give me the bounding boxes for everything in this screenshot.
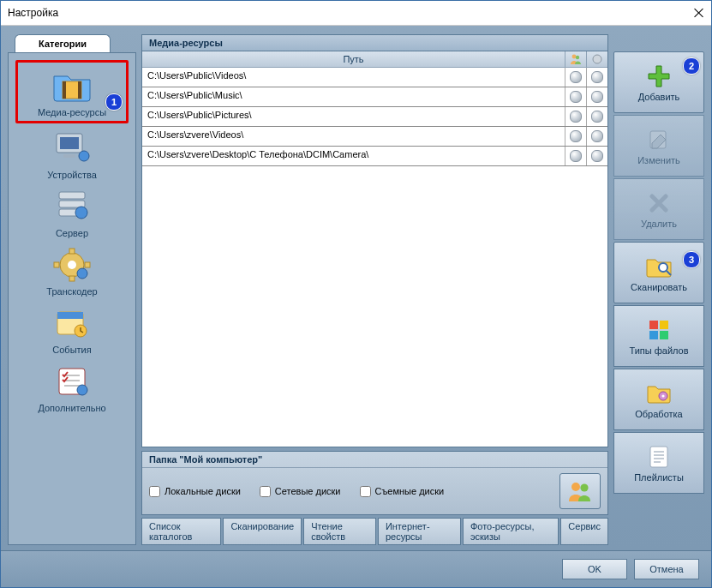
cell-path: C:\Users\zvere\Desktop\С Телефона\DCIM\C… xyxy=(142,147,565,165)
tab-service[interactable]: Сервис xyxy=(560,518,608,545)
table-row[interactable]: C:\Users\zvere\Videos\ xyxy=(142,127,607,147)
users-button[interactable] xyxy=(559,473,601,509)
category-label: Дополнительно xyxy=(38,403,105,413)
category-additional[interactable]: Дополнительно xyxy=(10,358,134,417)
playlists-button[interactable]: Плейлисты xyxy=(613,432,704,494)
col-users-icon xyxy=(565,51,587,67)
ok-button[interactable]: OK xyxy=(562,559,627,579)
filetypes-button[interactable]: Типы файлов xyxy=(613,305,704,367)
category-server[interactable]: Сервер xyxy=(10,183,134,242)
svg-point-23 xyxy=(572,55,577,59)
category-devices[interactable]: Устройства xyxy=(10,125,134,183)
badge-1: 1 xyxy=(105,93,123,111)
svg-point-27 xyxy=(580,483,588,491)
my-computer-title: Папка "Мой компьютер" xyxy=(142,452,607,468)
svg-rect-4 xyxy=(60,137,79,149)
events-icon xyxy=(50,303,94,343)
window-body: Категории 1 Медиа-ресурсы Устройства xyxy=(1,26,711,550)
checkbox-network-disks[interactable]: Сетевые диски xyxy=(260,486,341,497)
cell-status[interactable] xyxy=(587,127,607,146)
scan-button[interactable]: 3 Сканировать xyxy=(613,242,704,303)
paths-table: Путь C:\Users\Public\Videos\ xyxy=(141,51,608,447)
col-status-icon xyxy=(587,51,607,67)
cell-path: C:\Users\zvere\Videos\ xyxy=(142,127,565,146)
dialog-footer: OK Отмена xyxy=(1,550,711,587)
folder-gear-icon xyxy=(644,381,673,406)
tab-read-properties[interactable]: Чтение свойств xyxy=(303,518,376,545)
svg-rect-31 xyxy=(660,321,668,329)
edit-label: Изменить xyxy=(637,155,680,165)
svg-point-35 xyxy=(661,394,664,397)
main-row: Категории 1 Медиа-ресурсы Устройства xyxy=(8,34,704,545)
svg-rect-1 xyxy=(63,81,66,99)
tab-scanning[interactable]: Сканирование xyxy=(223,518,302,545)
delete-button: Удалить xyxy=(613,178,704,240)
center-panel: Медиа-ресурсы Путь C:\Users\Public\Vi xyxy=(141,34,608,545)
svg-rect-32 xyxy=(649,331,658,339)
tab-photo-resources[interactable]: Фото-ресурсы, эскизы xyxy=(463,518,559,545)
table-row[interactable]: C:\Users\Public\Videos\ xyxy=(142,68,607,87)
cell-status[interactable] xyxy=(587,147,607,165)
checkbox-removable-disks[interactable]: Съемные диски xyxy=(360,486,445,497)
folder-search-icon xyxy=(644,254,673,279)
table-header: Путь xyxy=(142,51,607,68)
close-icon[interactable] xyxy=(694,8,704,18)
tab-catalogs[interactable]: Список каталогов xyxy=(141,518,221,545)
tab-internet-resources[interactable]: Интернет-ресурсы xyxy=(378,518,461,545)
svg-rect-15 xyxy=(54,262,59,267)
media-section-header: Медиа-ресурсы xyxy=(141,34,608,51)
playlists-label: Плейлисты xyxy=(634,472,684,483)
svg-rect-2 xyxy=(78,81,81,99)
cell-status[interactable] xyxy=(587,87,607,106)
playlist-icon xyxy=(644,444,673,470)
table-row[interactable]: C:\Users\Public\Music\ xyxy=(142,87,607,107)
cell-users[interactable] xyxy=(565,87,587,106)
svg-point-22 xyxy=(77,385,87,395)
scan-label: Сканировать xyxy=(631,282,687,292)
bottom-tabs: Список каталогов Сканирование Чтение сво… xyxy=(141,518,608,545)
checkbox-local-disks[interactable]: Локальные диски xyxy=(149,486,241,497)
categories-panel: Категории 1 Медиа-ресурсы Устройства xyxy=(8,34,136,545)
edit-icon xyxy=(644,127,673,153)
svg-point-12 xyxy=(68,261,76,269)
folder-media-icon xyxy=(50,66,94,105)
table-row[interactable]: C:\Users\zvere\Desktop\С Телефона\DCIM\C… xyxy=(142,147,607,166)
add-button[interactable]: 2 Добавить xyxy=(613,51,704,113)
svg-point-24 xyxy=(576,56,579,59)
svg-point-6 xyxy=(79,151,89,161)
processing-button[interactable]: Обработка xyxy=(613,369,704,430)
edit-button: Изменить xyxy=(613,115,704,177)
categories-list: 1 Медиа-ресурсы Устройства xyxy=(8,52,136,545)
users-icon xyxy=(567,480,593,502)
cell-status[interactable] xyxy=(587,107,607,126)
category-label: Медиа-ресурсы xyxy=(38,107,106,117)
svg-rect-16 xyxy=(85,262,90,267)
category-media-resources[interactable]: 1 Медиа-ресурсы xyxy=(15,60,129,123)
cell-users[interactable] xyxy=(565,147,587,165)
cell-status[interactable] xyxy=(587,68,607,87)
actions-panel: 2 Добавить Изменить Удалить xyxy=(613,34,704,545)
cancel-button[interactable]: Отмена xyxy=(634,559,699,579)
table-rows: C:\Users\Public\Videos\ C:\Users\Public\… xyxy=(142,68,607,447)
filetypes-label: Типы файлов xyxy=(629,345,688,356)
svg-rect-14 xyxy=(69,276,75,281)
gear-icon xyxy=(50,245,94,285)
svg-point-25 xyxy=(593,55,601,63)
cell-path: C:\Users\Public\Videos\ xyxy=(142,68,565,87)
table-row[interactable]: C:\Users\Public\Pictures\ xyxy=(142,107,607,127)
cell-users[interactable] xyxy=(565,107,587,126)
my-computer-options: Локальные диски Сетевые диски Съемные ди… xyxy=(142,468,607,514)
cell-users[interactable] xyxy=(565,127,587,146)
badge-3: 3 xyxy=(683,251,700,268)
device-icon xyxy=(50,129,94,168)
categories-tab: Категории xyxy=(15,34,111,52)
my-computer-box: Папка "Мой компьютер" Локальные диски Се… xyxy=(141,451,608,515)
cell-users[interactable] xyxy=(565,68,587,87)
category-transcoder[interactable]: Транскодер xyxy=(10,242,134,300)
settings-window: Настройка Категории 1 Медиа-ресурсы xyxy=(0,0,712,588)
window-title: Настройка xyxy=(8,7,58,19)
category-events[interactable]: События xyxy=(10,300,134,358)
checklist-icon xyxy=(50,362,94,401)
category-label: События xyxy=(52,345,91,355)
svg-rect-13 xyxy=(69,249,75,254)
